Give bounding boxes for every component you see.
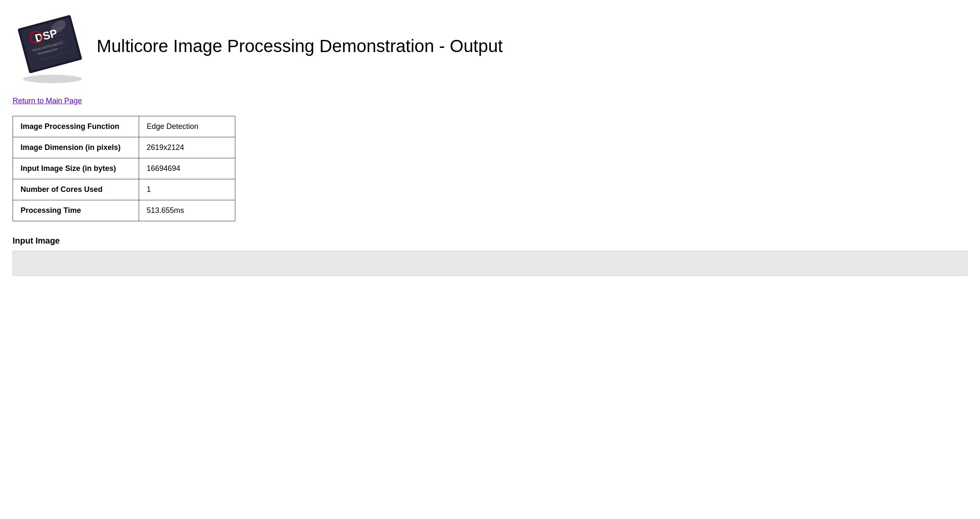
table-value-cell: 1	[139, 179, 235, 200]
table-label-cell: Input Image Size (in bytes)	[13, 158, 139, 179]
svg-point-0	[23, 75, 82, 83]
page-header: DSP TEXAS INSTRUMENTS TECHNOLOGY Multico…	[13, 8, 967, 84]
table-label-cell: Image Processing Function	[13, 116, 139, 137]
table-value-cell: Edge Detection	[139, 116, 235, 137]
info-table: Image Processing FunctionEdge DetectionI…	[13, 116, 235, 221]
table-row: Input Image Size (in bytes)16694694	[13, 158, 235, 179]
table-row: Number of Cores Used1	[13, 179, 235, 200]
table-label-cell: Processing Time	[13, 200, 139, 221]
table-row: Image Dimension (in pixels)2619x2124	[13, 137, 235, 158]
return-link[interactable]: Return to Main Page	[13, 97, 82, 105]
table-label-cell: Image Dimension (in pixels)	[13, 137, 139, 158]
input-image-placeholder	[13, 251, 967, 276]
logo-container: DSP TEXAS INSTRUMENTS TECHNOLOGY	[13, 8, 88, 84]
table-row: Processing Time513.655ms	[13, 200, 235, 221]
table-value-cell: 16694694	[139, 158, 235, 179]
table-label-cell: Number of Cores Used	[13, 179, 139, 200]
table-value-cell: 2619x2124	[139, 137, 235, 158]
table-value-cell: 513.655ms	[139, 200, 235, 221]
page-title: Multicore Image Processing Demonstration…	[97, 36, 503, 57]
table-row: Image Processing FunctionEdge Detection	[13, 116, 235, 137]
input-image-section-title: Input Image	[13, 236, 967, 246]
dsp-logo: DSP TEXAS INSTRUMENTS TECHNOLOGY	[13, 8, 88, 84]
